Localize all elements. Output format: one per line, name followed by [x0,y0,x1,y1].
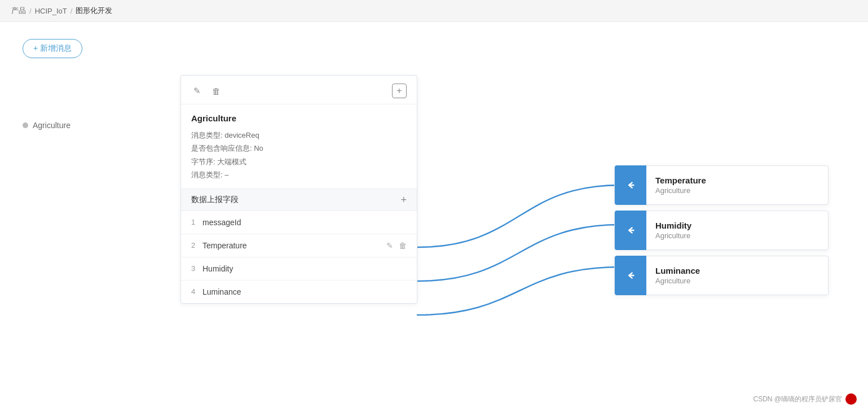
canvas-area: ✎ 🗑 + Agriculture 消息类型: deviceReq 是否包含响应… [23,75,845,414]
fields-header: 数据上报字段 + [181,189,417,211]
temperature-card-sub: Agriculture [655,186,706,195]
fields-header-label: 数据上报字段 [191,195,239,205]
card-add-button[interactable]: + [392,84,407,98]
breadcrumb-hcip[interactable]: HCIP_IoT [35,7,67,15]
watermark-icon [845,393,857,405]
card-add-icon: + [396,86,402,96]
breadcrumb-product[interactable]: 产品 [11,6,26,16]
add-message-button[interactable]: + 新增消息 [23,39,82,58]
add-message-label: + 新增消息 [33,43,72,54]
humidity-card-icon [615,211,646,250]
watermark-text: CSDN @嘀嘀的程序员铲尿官 [753,395,842,404]
field-num: 2 [191,241,202,249]
breadcrumb-sep1: / [29,7,32,15]
field-num: 4 [191,287,202,296]
temperature-card-icon [615,165,646,205]
breadcrumb-sep2: / [71,7,73,15]
field-name: Temperature [202,241,386,250]
meta-message-type: 消息类型: deviceReq [191,129,407,142]
field-row: 3 Humidity [181,257,417,280]
humidity-card-sub: Agriculture [655,231,691,240]
field-row: 2 Temperature ✎ 🗑 [181,234,417,257]
card-toolbar: ✎ 🗑 + [181,76,417,104]
luminance-card-icon [615,256,646,295]
field-row: 1 messageId [181,211,417,234]
meta-msg-type2: 消息类型: – [191,168,407,181]
field-name: Luminance [202,287,407,296]
meta-response: 是否包含响应信息: No [191,142,407,155]
humidity-card-content: Humidity Agriculture [646,215,700,246]
luminance-card-title: Luminance [655,266,700,275]
field-name: messageId [202,218,407,227]
fields-add-button[interactable]: + [400,195,407,205]
luminance-card-content: Luminance Agriculture [646,260,709,291]
field-row: 4 Luminance [181,280,417,303]
card-edit-button[interactable]: ✎ [191,85,203,97]
field-num: 3 [191,264,202,273]
card-delete-button[interactable]: 🗑 [210,85,223,97]
temperature-card-content: Temperature Agriculture [646,170,715,200]
humidity-card[interactable]: Humidity Agriculture [614,211,829,250]
field-edit-button[interactable]: ✎ [386,241,393,250]
field-delete-button[interactable]: 🗑 [399,241,407,250]
main-content: + 新增消息 Agriculture ✎ 🗑 + [0,22,868,416]
fields-section: 数据上报字段 + 1 messageId 2 Temperature ✎ 🗑 [181,189,417,303]
humidity-card-title: Humidity [655,221,691,230]
card-title: Agriculture [191,113,407,123]
meta-byte-order: 字节序: 大端模式 [191,155,407,168]
luminance-card-sub: Agriculture [655,277,700,285]
breadcrumb-current: 图形化开发 [76,6,112,16]
field-num: 1 [191,218,202,226]
temperature-card-title: Temperature [655,176,706,185]
card-meta: 消息类型: deviceReq 是否包含响应信息: No 字节序: 大端模式 消… [191,129,407,182]
field-actions: ✎ 🗑 [386,241,407,250]
card-title-section: Agriculture 消息类型: deviceReq 是否包含响应信息: No… [181,104,417,189]
temperature-card[interactable]: Temperature Agriculture [614,165,829,205]
luminance-card[interactable]: Luminance Agriculture [614,256,829,295]
breadcrumb: 产品 / HCIP_IoT / 图形化开发 [0,0,868,22]
main-card: ✎ 🗑 + Agriculture 消息类型: deviceReq 是否包含响应… [180,75,417,304]
card-toolbar-left: ✎ 🗑 [191,85,223,97]
watermark: CSDN @嘀嘀的程序员铲尿官 [753,393,857,405]
field-name: Humidity [202,264,407,273]
